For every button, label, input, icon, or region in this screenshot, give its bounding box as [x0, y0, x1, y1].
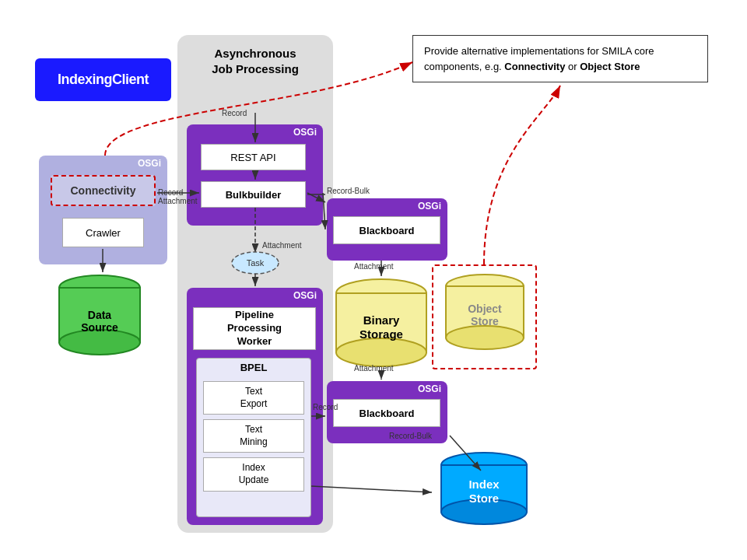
bpel-index-update: IndexUpdate [203, 457, 304, 491]
bpel-container: BPEL TextExport TextMining IndexUpdate [196, 358, 311, 517]
svg-text:Binary: Binary [363, 313, 400, 327]
bulkbuilder-box: Bulkbuilder [201, 181, 306, 208]
blackboard-top-box: Blackboard [333, 216, 440, 244]
connectivity-box: Connectivity [51, 175, 156, 206]
diagram: Provide alternative implementations for … [0, 0, 747, 560]
svg-text:Store: Store [469, 492, 499, 505]
tooltip-box: Provide alternative implementations for … [412, 35, 708, 82]
rest-api-box: REST API [201, 144, 306, 170]
svg-text:Source: Source [81, 321, 118, 334]
svg-point-12 [446, 326, 524, 349]
osgi-top: OSGi [187, 124, 323, 226]
svg-text:Data: Data [88, 309, 112, 321]
osgi-top-label: OSGi [187, 124, 323, 138]
tooltip-text: Provide alternative implementations for … [424, 45, 654, 72]
svg-text:Index: Index [468, 478, 500, 491]
label-attachment2: Attachment [354, 262, 394, 271]
binary-storage: Binary Storage [327, 276, 436, 377]
bpel-text-export: TextExport [203, 381, 304, 415]
osgi-connectivity-outer: OSGi [39, 156, 167, 264]
osgi-connectivity-label: OSGi [39, 156, 167, 169]
async-title: Asynchronous Job Processing [177, 35, 333, 76]
osgi-blackboard-bot-label: OSGi [327, 381, 447, 394]
svg-text:Store: Store [471, 315, 499, 327]
svg-text:Object: Object [468, 303, 502, 315]
label-record-bulk1: Record-Bulk [327, 187, 370, 195]
svg-text:Storage: Storage [359, 327, 403, 341]
osgi-pipeline-label: OSGi [187, 288, 323, 301]
index-store: Index Store [433, 451, 535, 533]
osgi-blackboard-top-label: OSGi [327, 198, 447, 212]
object-store-wrapper: Object Store [432, 264, 537, 369]
blackboard-bot-box: Blackboard [333, 399, 440, 427]
svg-point-7 [336, 338, 426, 366]
pipeline-worker-box: Pipeline Processing Worker [193, 307, 316, 350]
crawler-box: Crawler [62, 218, 144, 247]
bpel-label: BPEL [197, 359, 310, 376]
data-source: Data Source [53, 272, 146, 362]
indexing-client: IndexingClient [35, 58, 171, 101]
bpel-text-mining: TextMining [203, 419, 304, 453]
